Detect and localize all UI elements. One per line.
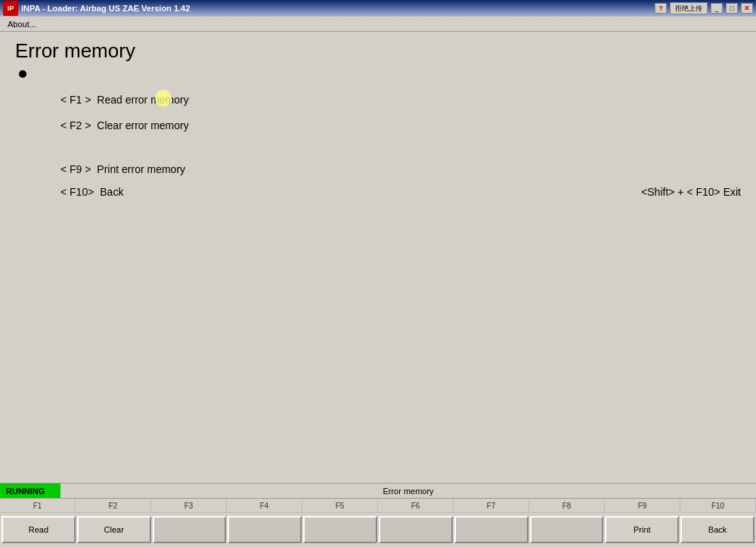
fkey-label-f5: F5 (302, 499, 378, 512)
fkey-btn-f3[interactable] (153, 516, 227, 543)
bottom-options: < F9 > Print error memory < F10> Back <S… (60, 163, 741, 198)
fkey-btn-f4[interactable] (228, 516, 302, 543)
title-bar: IP INPA - Loader: Airbag US ZAE Version … (0, 0, 756, 17)
option-f10[interactable]: < F10> Back (60, 186, 123, 198)
maximize-btn[interactable]: □ (726, 3, 738, 14)
menu-options: < F1 > Read error memory < F2 > Clear er… (60, 93, 741, 133)
option-f9[interactable]: < F9 > Print error memory (60, 163, 185, 175)
option-f2[interactable]: < F2 > Clear error memory (60, 119, 741, 134)
bullet-indicator (19, 70, 26, 78)
shift-f10-shortcut: <Shift> + < F10> Exit (641, 186, 741, 198)
f9-line: < F9 > Print error memory (60, 163, 741, 175)
fkey-label-f7: F7 (454, 499, 529, 512)
fkey-label-f6: F6 (378, 499, 454, 512)
fkey-label-f8: F8 (529, 499, 605, 512)
fkey-btn-f1[interactable]: Read (2, 516, 76, 543)
app-icon: IP (3, 1, 18, 16)
f1-key-label: < F1 > (60, 94, 91, 106)
f9-key-label: < F9 > (60, 163, 91, 175)
menu-about[interactable]: About... (3, 18, 41, 30)
main-content: Error memory < F1 > Read error memory < … (0, 32, 756, 483)
fkey-btn-f7[interactable] (454, 516, 528, 543)
fkey-label-f2: F2 (76, 499, 151, 512)
fkey-labels: F1 F2 F3 F4 F5 F6 F7 F8 F9 F10 (0, 499, 756, 513)
f1-option-text: Read error memory (97, 94, 188, 106)
option-f1[interactable]: < F1 > Read error memory (60, 93, 741, 108)
menu-bar: About... (0, 17, 756, 32)
fkey-btn-f6[interactable] (379, 516, 453, 543)
fkey-label-f3: F3 (151, 499, 227, 512)
upload-button[interactable]: 拒绝上传 (670, 2, 708, 14)
f9-option-text: Print error memory (97, 163, 185, 175)
fkey-btn-f5[interactable] (303, 516, 377, 543)
fkey-btn-f10[interactable]: Back (680, 516, 754, 543)
status-title: Error memory (60, 487, 756, 496)
close-btn[interactable]: ✕ (741, 3, 753, 14)
fkey-label-f1: F1 (0, 499, 76, 512)
fkey-label-f4: F4 (227, 499, 302, 512)
help-btn[interactable]: ? (655, 3, 667, 14)
minimize-btn[interactable]: _ (711, 3, 723, 14)
f10-line: < F10> Back <Shift> + < F10> Exit (60, 186, 741, 198)
fkey-buttons: Read Clear Print Back (0, 513, 756, 546)
fkey-bar: F1 F2 F3 F4 F5 F6 F7 F8 F9 F10 Read Clea… (0, 498, 756, 546)
fkey-label-f9: F9 (605, 499, 680, 512)
status-bar: RUNNING Error memory (0, 483, 756, 498)
page-title: Error memory (15, 39, 741, 63)
running-status: RUNNING (0, 484, 60, 498)
fkey-btn-f9[interactable]: Print (605, 516, 679, 543)
window-title: INPA - Loader: Airbag US ZAE Version 1.4… (21, 4, 190, 13)
f10-option-text: Back (100, 186, 123, 198)
f10-key-label: < F10> (60, 186, 94, 198)
fkey-btn-f2[interactable]: Clear (77, 516, 151, 543)
fkey-label-f10: F10 (680, 499, 756, 512)
f2-option-text: Clear error memory (97, 119, 188, 131)
f2-key-label: < F2 > (60, 119, 91, 131)
fkey-btn-f8[interactable] (530, 516, 604, 543)
